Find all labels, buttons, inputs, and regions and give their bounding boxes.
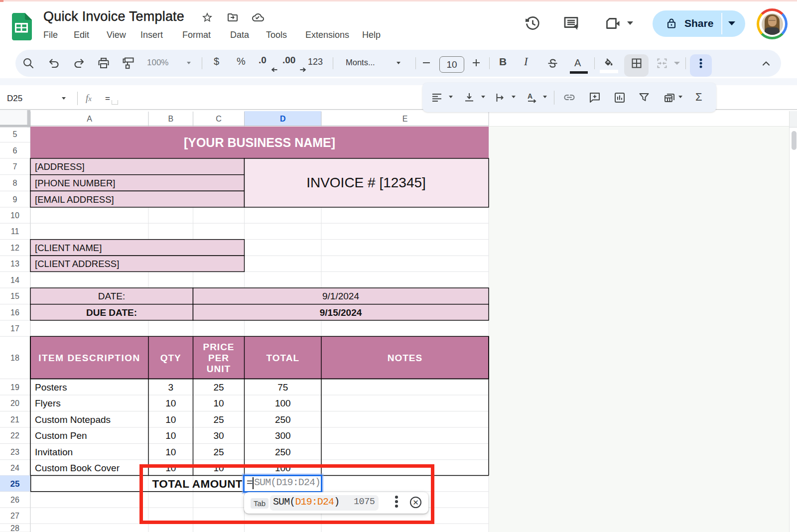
svg-text:PRICE: PRICE xyxy=(203,342,234,352)
svg-text:23: 23 xyxy=(10,448,19,456)
svg-text:D: D xyxy=(280,115,286,123)
svg-text:28: 28 xyxy=(10,524,19,532)
svg-text:250: 250 xyxy=(275,447,291,457)
svg-text:25: 25 xyxy=(213,382,224,393)
svg-text:3: 3 xyxy=(168,382,173,393)
svg-text:12: 12 xyxy=(10,244,19,252)
svg-text:20: 20 xyxy=(10,399,19,407)
svg-text:22: 22 xyxy=(10,431,19,440)
svg-text:A: A xyxy=(87,115,92,123)
svg-text:7: 7 xyxy=(13,162,17,171)
svg-text:300: 300 xyxy=(275,430,291,441)
svg-text:100: 100 xyxy=(275,398,291,408)
svg-text:250: 250 xyxy=(275,414,291,425)
svg-text:10: 10 xyxy=(165,447,176,457)
svg-text:DUE DATE:: DUE DATE: xyxy=(86,307,137,318)
svg-text:QTY: QTY xyxy=(160,353,181,363)
svg-text:17: 17 xyxy=(10,324,19,333)
svg-text:9: 9 xyxy=(13,195,17,204)
svg-text:25: 25 xyxy=(213,447,224,457)
svg-text:A: A xyxy=(528,92,532,100)
svg-text:9/15/2024: 9/15/2024 xyxy=(320,307,362,318)
svg-text:TOTAL: TOTAL xyxy=(266,353,299,363)
svg-text:5: 5 xyxy=(13,130,17,138)
svg-text:[EMAIL ADDRESS]: [EMAIL ADDRESS] xyxy=(35,194,114,205)
svg-text:10: 10 xyxy=(165,414,176,425)
svg-text:24: 24 xyxy=(10,464,19,472)
svg-text:30: 30 xyxy=(213,430,224,441)
svg-text:[ADDRESS]: [ADDRESS] xyxy=(35,161,85,172)
svg-text:21: 21 xyxy=(10,415,19,424)
svg-text:Posters: Posters xyxy=(35,382,67,393)
svg-text:19: 19 xyxy=(10,383,19,392)
svg-text:UNIT: UNIT xyxy=(207,364,231,374)
svg-text:8: 8 xyxy=(13,179,17,187)
svg-text:25: 25 xyxy=(213,414,224,425)
svg-text:[YOUR BUSINESS NAME]: [YOUR BUSINESS NAME] xyxy=(184,135,335,149)
svg-text:10: 10 xyxy=(10,211,19,220)
svg-text:10: 10 xyxy=(213,398,224,408)
svg-text:[CLIENT NAME]: [CLIENT NAME] xyxy=(35,243,102,253)
svg-text:10: 10 xyxy=(165,398,176,408)
svg-text:75: 75 xyxy=(277,382,288,393)
svg-text:E: E xyxy=(402,115,408,123)
svg-text:9/1/2024: 9/1/2024 xyxy=(322,291,359,301)
svg-text:26: 26 xyxy=(10,496,19,504)
svg-text:14: 14 xyxy=(10,276,19,284)
svg-text:Custom Pen: Custom Pen xyxy=(35,430,87,441)
svg-text:[PHONE NUMBER]: [PHONE NUMBER] xyxy=(35,178,115,188)
svg-text:ITEM DESCRIPTION: ITEM DESCRIPTION xyxy=(38,353,140,363)
svg-text:B: B xyxy=(168,115,173,123)
svg-text:15: 15 xyxy=(10,292,19,300)
svg-text:[CLIENT ADDRESS]: [CLIENT ADDRESS] xyxy=(35,259,119,269)
svg-text:PER: PER xyxy=(208,353,229,363)
svg-text:18: 18 xyxy=(10,354,19,362)
svg-text:INVOICE # [12345]: INVOICE # [12345] xyxy=(306,175,426,190)
svg-text:16: 16 xyxy=(10,308,19,317)
svg-text:11: 11 xyxy=(11,227,19,236)
svg-text:Invitation: Invitation xyxy=(35,447,73,457)
svg-text:C: C xyxy=(216,115,222,123)
svg-text:Flyers: Flyers xyxy=(35,398,61,408)
svg-text:25: 25 xyxy=(10,479,20,489)
svg-text:NOTES: NOTES xyxy=(388,353,422,363)
svg-text:Custom Book Cover: Custom Book Cover xyxy=(35,463,120,473)
svg-text:Custom Notepads: Custom Notepads xyxy=(35,414,111,425)
svg-text:10: 10 xyxy=(165,430,176,441)
svg-text:27: 27 xyxy=(10,512,19,520)
svg-text:DATE:: DATE: xyxy=(98,291,126,301)
svg-text:13: 13 xyxy=(10,260,19,268)
svg-text:6: 6 xyxy=(13,146,17,155)
